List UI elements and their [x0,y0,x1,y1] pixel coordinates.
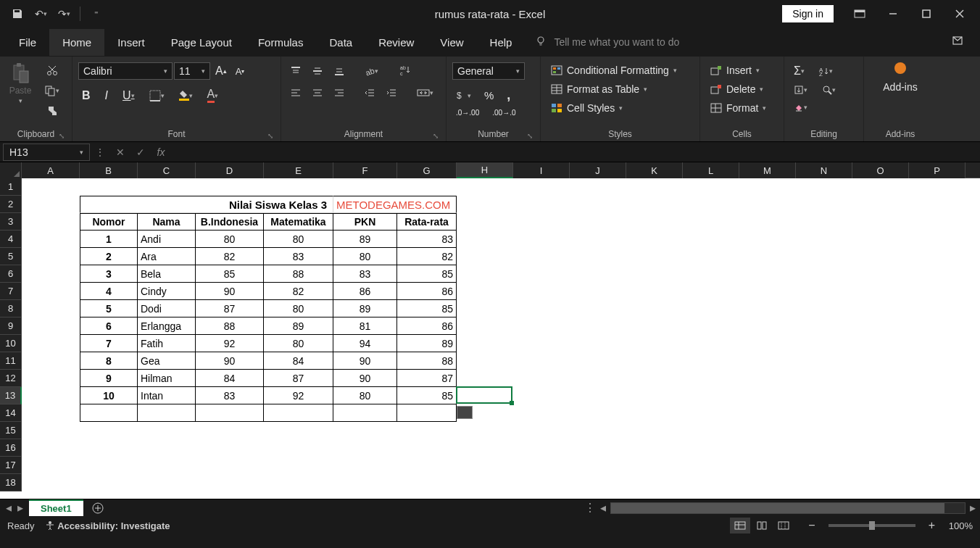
maximize-button[interactable] [910,0,942,28]
format-as-table-button[interactable]: Format as Table▾ [547,81,652,97]
cell[interactable]: 92 [264,387,333,404]
number-format-combo[interactable]: General▾ [452,62,525,80]
cell[interactable]: 90 [333,370,397,387]
row-header-12[interactable]: 12 [0,370,22,387]
tab-data[interactable]: Data [316,29,365,56]
cell[interactable]: 83 [264,248,333,265]
align-right-button[interactable] [331,86,348,100]
accessibility-status[interactable]: Accessibility: Investigate [45,520,170,531]
cell[interactable]: PKN [333,213,397,231]
col-header-O[interactable]: O [852,162,909,178]
cell[interactable]: 85 [196,265,264,283]
font-size-combo[interactable]: 11▾ [174,62,210,80]
cell[interactable]: METODEGAMES.COM [333,196,457,213]
clear-button[interactable]: ▾ [790,100,811,115]
tab-view[interactable]: View [427,29,476,56]
border-button[interactable]: ▾ [146,88,168,104]
row-header-11[interactable]: 11 [0,352,22,370]
font-color-button[interactable]: A▾ [204,86,223,105]
cell[interactable]: 94 [333,335,397,352]
merge-center-button[interactable]: ▾ [413,86,437,100]
cell[interactable] [80,404,138,422]
row-header-13[interactable]: 13 [0,387,22,404]
fill-button[interactable]: ▾ [790,83,811,97]
cell[interactable]: 87 [196,300,264,317]
cell[interactable]: 83 [397,231,457,248]
find-select-button[interactable]: ▾ [818,83,839,97]
cell[interactable]: 84 [196,370,264,387]
cell[interactable]: 88 [397,352,457,370]
cell[interactable]: 82 [264,283,333,300]
tell-me-search[interactable]: Tell me what you want to do [535,36,679,49]
cell[interactable]: Dodi [138,300,196,317]
cell[interactable]: Intan [138,387,196,404]
col-header-D[interactable]: D [196,162,264,178]
hscroll-left[interactable]: ◂ [600,501,606,515]
cell[interactable]: Bela [138,265,196,283]
cell[interactable]: 80 [333,387,397,404]
col-header-H[interactable]: H [457,162,513,178]
cell[interactable] [264,404,333,422]
col-header-J[interactable]: J [570,162,626,178]
tab-home[interactable]: Home [49,29,104,56]
row-header-2[interactable]: 2 [0,196,22,213]
cell[interactable]: 85 [397,265,457,283]
accounting-format-button[interactable]: $▾ [452,88,475,103]
cell[interactable]: 1 [80,231,138,248]
select-all-button[interactable] [0,162,22,178]
percent-format-button[interactable]: % [481,87,497,104]
cell[interactable]: 10 [80,387,138,404]
tab-page-layout[interactable]: Page Layout [158,29,245,56]
decrease-decimal-button[interactable]: .00→.0 [489,107,519,119]
save-icon[interactable] [7,4,28,24]
page-break-view-button[interactable] [773,518,794,534]
sign-in-button[interactable]: Sign in [782,5,834,22]
cell[interactable]: Gea [138,352,196,370]
cell[interactable]: Fatih [138,335,196,352]
row-header-4[interactable]: 4 [0,231,22,248]
cancel-formula-button[interactable]: ✕ [110,144,130,161]
cell[interactable]: Nama [138,213,196,231]
row-header-9[interactable]: 9 [0,317,22,335]
cell[interactable]: 92 [196,335,264,352]
cell[interactable]: 82 [196,248,264,265]
comma-format-button[interactable]: , [503,86,514,105]
cell[interactable]: Hilman [138,370,196,387]
launcher-icon[interactable]: ⤡ [527,132,533,140]
redo-button[interactable]: ↷▾ [54,4,74,24]
cell[interactable]: 83 [196,387,264,404]
cell[interactable]: 85 [397,300,457,317]
autofill-options-button[interactable] [457,406,473,419]
cell[interactable]: 4 [80,283,138,300]
col-header-E[interactable]: E [264,162,333,178]
italic-button[interactable]: I [101,87,112,104]
align-bottom-button[interactable] [331,64,348,78]
add-sheet-button[interactable] [88,500,108,516]
tab-review[interactable]: Review [365,29,427,56]
decrease-font-button[interactable]: A▾ [232,64,249,79]
cell[interactable] [333,404,397,422]
enter-formula-button[interactable]: ✓ [130,144,151,161]
horizontal-scrollbar[interactable] [610,502,966,514]
cell[interactable]: Matematika [264,213,333,231]
col-header-A[interactable]: A [22,162,80,178]
row-header-15[interactable]: 15 [0,422,22,439]
cell[interactable]: 7 [80,335,138,352]
col-header-P[interactable]: P [909,162,966,178]
cell[interactable]: 9 [80,370,138,387]
col-header-B[interactable]: B [80,162,138,178]
row-header-18[interactable]: 18 [0,474,22,491]
copy-button[interactable]: ▾ [41,83,63,99]
cell[interactable]: 86 [397,317,457,335]
launcher-icon[interactable]: ⤡ [59,132,65,140]
cell[interactable]: Erlangga [138,317,196,335]
cell[interactable]: 80 [264,300,333,317]
cell[interactable]: Andi [138,231,196,248]
cell-grid[interactable]: Nilai Siswa Kelas 3METODEGAMES.COMNomorN… [22,178,980,499]
autosum-button[interactable]: Σ▾ [790,62,808,80]
col-header-I[interactable]: I [513,162,570,178]
launcher-icon[interactable]: ⤡ [433,132,439,140]
cell[interactable]: 2 [80,248,138,265]
col-header-F[interactable]: F [333,162,397,178]
orientation-button[interactable]: ab▾ [361,64,382,78]
